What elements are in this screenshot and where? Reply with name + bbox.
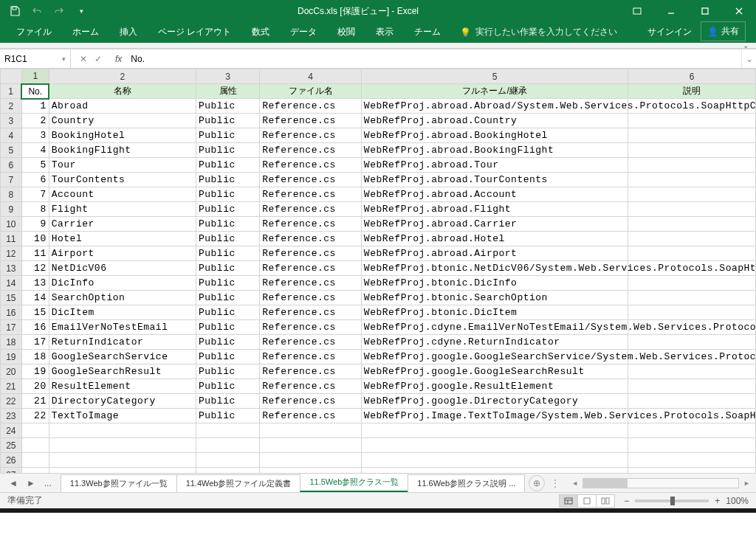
cell[interactable]: WebRefProj.cdyne.EmailVerNoTestEmail/Sys… xyxy=(361,320,628,335)
cell[interactable]: WebRefProj.abroad.TourContents xyxy=(361,173,628,187)
cell[interactable]: Reference.cs xyxy=(260,364,362,379)
tab-review[interactable]: 校閲 xyxy=(327,21,365,43)
cell[interactable]: 11 xyxy=(21,246,49,261)
cell[interactable] xyxy=(260,468,362,474)
cell[interactable]: No. xyxy=(21,84,49,99)
cell[interactable]: Public xyxy=(196,379,259,394)
col-header[interactable]: 3 xyxy=(196,69,259,84)
qat-customize-icon[interactable]: ▾ xyxy=(75,5,87,17)
cell[interactable]: 14 xyxy=(21,291,49,305)
row-header[interactable]: 25 xyxy=(1,438,22,453)
cell[interactable]: WebRefProj.google.DirectoryCategory xyxy=(361,394,628,409)
cell[interactable]: Public xyxy=(196,99,259,114)
cell[interactable]: Public xyxy=(196,143,259,158)
cell[interactable]: 16 xyxy=(21,320,49,335)
sheet-tab[interactable]: 11.4Web参照ファイル定義書 xyxy=(176,474,301,492)
scroll-left-icon[interactable]: ◄ xyxy=(571,480,578,487)
cell[interactable]: 5 xyxy=(21,158,49,173)
cell[interactable]: ReturnIndicator xyxy=(49,335,196,350)
cell[interactable] xyxy=(628,232,756,246)
cell[interactable]: Public xyxy=(196,261,259,276)
cell[interactable]: Hotel xyxy=(49,232,196,246)
cell[interactable]: 4 xyxy=(21,143,49,158)
cell[interactable]: ResultElement xyxy=(49,379,196,394)
row-header[interactable]: 23 xyxy=(1,409,22,423)
cell[interactable]: WebRefProj.btonic.DicInfo xyxy=(361,276,628,291)
scrollbar-track[interactable] xyxy=(583,478,739,488)
cell[interactable]: Reference.cs xyxy=(260,232,362,246)
cell[interactable]: WebRefProj.btonic.NetDicV06/System.Web.S… xyxy=(361,261,628,276)
cell[interactable]: GoogleSearchService xyxy=(49,350,196,364)
row-header[interactable]: 11 xyxy=(1,232,22,246)
cell[interactable] xyxy=(628,364,756,379)
save-icon[interactable] xyxy=(9,5,21,17)
sheet-tab[interactable]: 11.6Web参照クラス説明 ... xyxy=(408,474,525,492)
undo-icon[interactable] xyxy=(31,5,43,17)
row-header[interactable]: 4 xyxy=(1,128,22,143)
cell[interactable]: Reference.cs xyxy=(260,99,362,114)
cell[interactable]: WebRefProj.btonic.DicItem xyxy=(361,305,628,320)
cell[interactable]: BookingFlight xyxy=(49,143,196,158)
cell[interactable] xyxy=(49,453,196,468)
cell[interactable] xyxy=(21,453,49,468)
cell[interactable]: Reference.cs xyxy=(260,128,362,143)
select-all-corner[interactable] xyxy=(1,69,22,84)
cell[interactable]: Tour xyxy=(49,158,196,173)
row-header[interactable]: 16 xyxy=(1,305,22,320)
formula-input[interactable] xyxy=(126,49,741,68)
cell[interactable]: Account xyxy=(49,187,196,202)
cell[interactable]: 10 xyxy=(21,232,49,246)
view-pagelayout-button[interactable] xyxy=(577,494,597,508)
cell[interactable]: WebRefProj.abroad.Account xyxy=(361,187,628,202)
cell[interactable]: WebRefProj.abroad.Country xyxy=(361,114,628,128)
row-header[interactable]: 2 xyxy=(1,99,22,114)
cell[interactable]: 9 xyxy=(21,217,49,232)
row-header[interactable]: 5 xyxy=(1,143,22,158)
cell[interactable]: Reference.cs xyxy=(260,246,362,261)
zoom-in-button[interactable]: + xyxy=(715,496,720,506)
scroll-right-icon[interactable]: ► xyxy=(743,480,750,487)
cell[interactable] xyxy=(196,468,259,474)
cell[interactable]: Reference.cs xyxy=(260,394,362,409)
cell[interactable]: Public xyxy=(196,364,259,379)
col-header[interactable]: 2 xyxy=(49,69,196,84)
cell[interactable] xyxy=(628,276,756,291)
tab-nav-next-icon[interactable]: ► xyxy=(24,477,38,490)
tab-team[interactable]: チーム xyxy=(404,21,451,43)
cell[interactable]: Reference.cs xyxy=(260,379,362,394)
zoom-level[interactable]: 100% xyxy=(726,496,749,506)
add-sheet-button[interactable]: ⊕ xyxy=(529,475,545,491)
cell[interactable]: 1 xyxy=(21,99,49,114)
cell[interactable]: Reference.cs xyxy=(260,320,362,335)
cell[interactable]: Public xyxy=(196,276,259,291)
cell[interactable]: DicItem xyxy=(49,305,196,320)
cell[interactable]: WebRefProj.abroad.BookingHotel xyxy=(361,128,628,143)
cell[interactable]: Public xyxy=(196,217,259,232)
cell[interactable]: WebRefProj.abroad.Tour xyxy=(361,158,628,173)
cell[interactable]: Public xyxy=(196,394,259,409)
cell[interactable]: ファイル名 xyxy=(260,84,362,99)
cell[interactable]: WebRefProj.cdyne.ReturnIndicator xyxy=(361,335,628,350)
cell[interactable]: WebRefProj.google.GoogleSearchResult xyxy=(361,364,628,379)
cell[interactable] xyxy=(361,438,628,453)
cell[interactable]: WebRefProj.Image.TextToImage/System.Web.… xyxy=(361,409,628,423)
cell[interactable]: Reference.cs xyxy=(260,276,362,291)
cell[interactable] xyxy=(21,468,49,474)
cell[interactable]: Public xyxy=(196,246,259,261)
horizontal-scrollbar[interactable]: ◄ ► xyxy=(566,478,756,488)
cell[interactable] xyxy=(628,394,756,409)
cell[interactable]: Reference.cs xyxy=(260,409,362,423)
cell[interactable] xyxy=(49,438,196,453)
cell[interactable]: 19 xyxy=(21,364,49,379)
col-header[interactable]: 4 xyxy=(260,69,362,84)
col-header[interactable]: 6 xyxy=(628,69,756,84)
row-header[interactable]: 12 xyxy=(1,246,22,261)
tell-me[interactable]: 💡 実行したい作業を入力してください xyxy=(451,21,626,43)
cell[interactable]: TourContents xyxy=(49,173,196,187)
cell[interactable]: WebRefProj.abroad.Carrier xyxy=(361,217,628,232)
cell[interactable]: 12 xyxy=(21,261,49,276)
view-normal-button[interactable] xyxy=(559,494,578,508)
cell[interactable]: WebRefProj.google.ResultElement xyxy=(361,379,628,394)
col-header[interactable]: 5 xyxy=(361,69,628,84)
cell[interactable]: 属性 xyxy=(196,84,259,99)
